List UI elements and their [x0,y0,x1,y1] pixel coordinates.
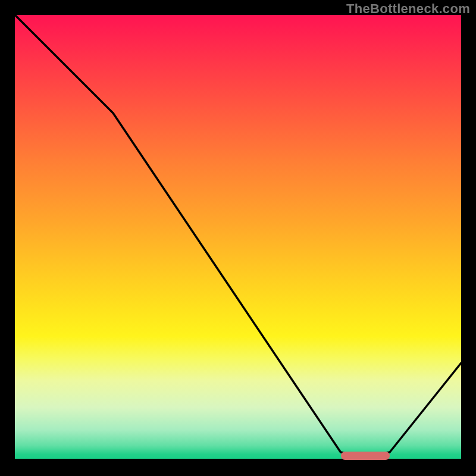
chart-frame: TheBottleneck.com [0,0,476,476]
bottleneck-curve [15,15,461,461]
plot-area [15,15,461,461]
watermark-text: TheBottleneck.com [346,1,470,17]
x-axis-line [15,459,461,461]
optimal-range-marker [341,452,390,460]
curve-path [15,15,461,457]
